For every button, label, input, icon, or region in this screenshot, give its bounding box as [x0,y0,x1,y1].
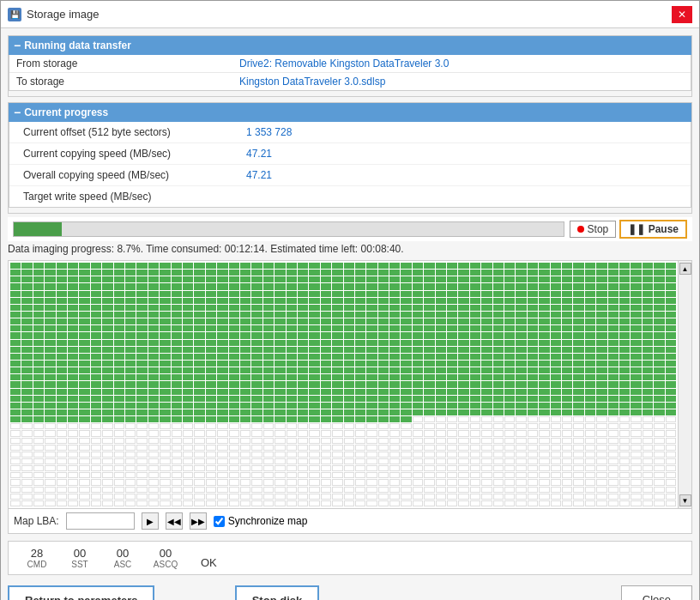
map-cell [125,487,136,493]
map-next-button[interactable]: ▶▶ [190,512,207,530]
map-cell [539,354,549,360]
map-cell [436,374,446,380]
map-cell [539,389,549,395]
map-cell [562,416,572,422]
map-cell [217,430,227,436]
progress-bar-outer [13,221,564,237]
map-cell [172,298,182,304]
map-cell [424,276,434,282]
map-cell [194,500,204,506]
map-cell [447,263,457,269]
map-cell [229,374,239,380]
map-cell [562,409,572,415]
map-cell [631,312,641,318]
map-cell [240,347,250,353]
map-cell [309,325,319,331]
map-cell [275,494,285,500]
map-cell [596,340,606,346]
map-cell [263,318,274,324]
current-progress-section: − Current progress Current offset (512 b… [8,102,692,214]
map-cell [332,325,342,331]
map-cell [436,263,446,269]
map-cell [608,305,619,311]
map-cell [355,409,365,415]
map-cell [194,479,204,485]
map-cell [654,381,664,387]
close-button[interactable]: Close [621,585,692,600]
map-cell [366,305,377,311]
map-cell [172,305,182,311]
map-cell [493,389,504,395]
map-lba-input[interactable] [66,512,135,530]
map-cell [136,396,147,402]
pause-button[interactable]: ❚❚ Pause [619,220,687,239]
map-cell [481,291,492,297]
map-cell [458,347,468,353]
map-cell [217,458,227,464]
map-cell [183,374,193,380]
map-cell [458,479,468,485]
map-cell [160,500,170,506]
map-cell [458,298,468,304]
map-cell [332,374,342,380]
map-cell [539,423,549,429]
map-cell [298,298,308,304]
map-cell [45,276,55,282]
scroll-down-button[interactable]: ▼ [679,494,691,506]
map-cell [183,389,193,395]
map-cell [596,332,606,338]
map-cell [528,381,538,387]
map-cell [10,445,21,451]
map-cell [275,340,285,346]
map-cell [344,332,354,338]
map-cell [516,465,526,471]
map-cell [114,305,124,311]
map-cell [33,283,44,289]
map-cell [10,354,21,360]
map-cell [528,500,538,506]
map-cell [666,361,676,367]
map-cell [10,416,21,422]
return-to-parameters-button[interactable]: Return to parameters [8,585,154,600]
map-cell [481,325,492,331]
map-cell [114,276,124,282]
write-speed-label: Target write speed (MB/sec) [16,188,239,205]
map-cell [183,318,193,324]
map-cell [401,403,411,409]
scroll-up-button[interactable]: ▲ [679,263,691,275]
stop-button[interactable]: Stop [570,221,617,238]
map-cell [562,312,572,318]
map-cell [528,494,538,500]
map-cell [217,283,227,289]
map-cell [424,298,434,304]
map-cell [493,423,504,429]
map-cell [91,263,101,269]
map-cell [45,500,55,506]
map-cell [608,445,619,451]
close-window-button[interactable]: ✕ [672,6,692,23]
map-prev-button[interactable]: ◀◀ [166,512,183,530]
map-cell [68,318,78,324]
map-cell [287,465,297,471]
map-cell [401,494,411,500]
sync-checkbox[interactable] [214,516,225,527]
map-cell [10,263,21,269]
map-cell [114,318,124,324]
map-cell [528,416,538,422]
map-cell [389,445,400,451]
running-transfer-section: − Running data transfer From storage Dri… [8,35,692,97]
map-cell [458,354,468,360]
map-cell [654,487,664,493]
sync-label[interactable]: Synchronize map [228,515,308,527]
map-cell [194,354,204,360]
map-cell [585,389,595,395]
map-cell [643,340,653,346]
map-cell [21,291,32,297]
map-cell [562,340,572,346]
map-cell [447,458,457,464]
map-play-button[interactable]: ▶ [142,512,159,530]
map-cell [573,312,583,318]
map-cell [458,340,468,346]
stop-disk-button[interactable]: Stop disk [235,585,320,600]
map-cell [160,381,170,387]
